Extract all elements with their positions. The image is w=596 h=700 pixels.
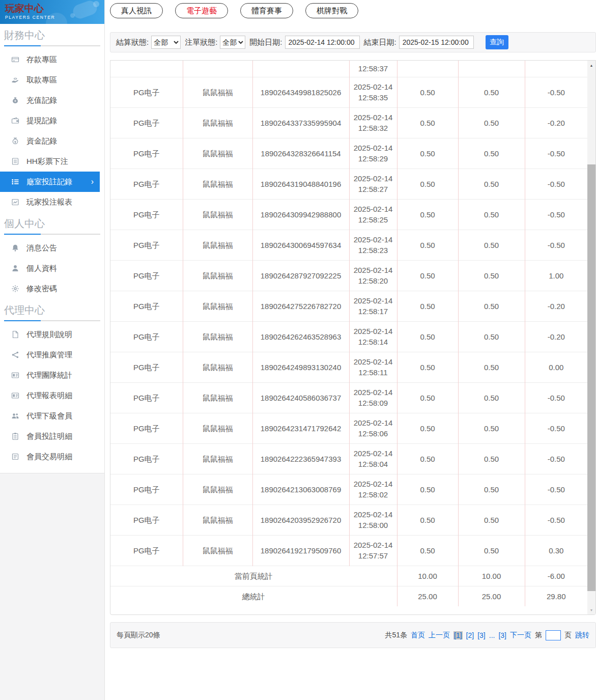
sidebar-item-agent-report-detail[interactable]: 代理報表明細 [0,385,104,406]
bet-amount-cell: 0.50 [397,321,458,352]
page-link[interactable]: [1] [453,631,463,639]
order-id-cell: 1890264275226782720 [252,291,349,321]
sidebar-item-fund-records[interactable]: 資金記錄 [0,131,104,151]
time-cell: 12:58:37 [349,61,397,77]
order-id-cell: 1890264231471792642 [252,413,349,443]
pagination-first[interactable]: 首页 [411,631,425,640]
game-cell: 鼠鼠福福 [183,413,252,443]
game-cell: 鼠鼠福福 [183,230,252,260]
sidebar-item-agent-sub-members[interactable]: 代理下級會員 [0,406,104,426]
sidebar-item-member-bet-detail[interactable]: 會員投註明細 [0,426,104,446]
main-content: 真人視訊電子遊藝體育賽事棋牌對戰 結算狀態: 全部 注單狀態: 全部 開始日期:… [110,0,596,648]
section-divider [4,45,100,46]
sidebar-item-agent-promotion[interactable]: 代理推廣管理 [0,345,104,365]
sidebar-item-player-bet-report[interactable]: 玩家投注報表 [0,192,104,212]
page-summary-row: 當前頁統計 10.00 10.00 -6.00 [110,566,587,586]
bell-icon [11,244,19,252]
page-jump-input[interactable] [546,630,561,640]
win-loss-cell: -0.50 [525,382,587,413]
sidebar-item-hall-bet-records[interactable]: 廰室投註記錄› [0,172,100,192]
order-id-cell: 1890264192179509760 [252,535,349,566]
page-link[interactable]: [3] [477,631,486,639]
jump-suffix-text: 页 [564,631,572,640]
table-row: PG电子鼠鼠福福18902642314717926422025-02-1412:… [110,413,587,443]
table-row: PG电子鼠鼠福福18902643499818250262025-02-1412:… [110,77,587,107]
page-link[interactable]: [3] [498,631,506,639]
table-row: PG电子鼠鼠福福18902642498931302402025-02-1412:… [110,352,587,382]
valid-bet-cell: 0.50 [458,413,525,443]
vertical-scrollbar[interactable]: ▲ ▼ [587,61,595,614]
page-ellipsis[interactable]: ... [489,631,495,639]
valid-bet-cell: 0.50 [458,321,525,352]
sidebar-item-label: 取款專區 [26,75,57,85]
sidebar-item-deposit-zone[interactable]: 存款專區 [0,49,104,70]
win-loss-cell: -0.50 [525,505,587,535]
order-id-cell: 1890264349981825026 [252,77,349,107]
tab-live-video[interactable]: 真人視訊 [110,3,163,18]
sidebar-item-withdraw-records[interactable]: 提現記錄 [0,110,104,131]
scroll-down-arrow-icon[interactable]: ▼ [587,606,595,614]
id-card-icon [11,391,19,400]
valid-bet-cell: 0.50 [458,352,525,382]
platform-cell: PG电子 [110,321,183,352]
sidebar-item-change-password[interactable]: 修改密碼 [0,278,104,299]
file-icon [11,330,19,339]
valid-bet-cell: 0.50 [458,505,525,535]
total-summary-label: 總統計 [110,586,397,606]
page-link[interactable]: [2] [466,631,474,639]
pagination-prev[interactable]: 上一页 [429,631,450,640]
search-button[interactable]: 查詢 [486,35,508,49]
sidebar-header: 玩家中心 PLAYERS CENTER [0,0,104,24]
tab-e-games[interactable]: 電子遊藝 [175,3,228,18]
time-cell: 2025-02-1412:58:14 [349,321,397,352]
table-row-partial: 12:58:37 [110,61,587,77]
scroll-up-arrow-icon[interactable]: ▲ [587,61,595,69]
valid-bet-cell: 0.50 [458,230,525,260]
valid-bet-cell: 0.50 [458,107,525,138]
win-loss-cell: -0.20 [525,107,587,138]
time-cell: 2025-02-1412:58:04 [349,443,397,474]
sidebar-item-member-trade-detail[interactable]: 會員交易明細 [0,446,104,467]
clipboard-icon [11,432,19,440]
game-cell: 鼠鼠福福 [183,352,252,382]
time-cell: 2025-02-1412:57:57 [349,535,397,566]
scrollbar-thumb[interactable] [587,164,595,591]
game-cell: 鼠鼠福福 [183,535,252,566]
platform-cell: PG电子 [110,352,183,382]
order-status-select[interactable]: 全部 [220,36,245,49]
sidebar-item-hh-lottery-bets[interactable]: HH彩票下注 [0,151,104,172]
start-date-input[interactable] [285,36,360,49]
id-card-icon [11,371,19,379]
total-summary-bet: 25.00 [397,586,458,606]
sidebar-item-withdraw-zone[interactable]: 取款專區 [0,70,104,90]
platform-cell: PG电子 [110,291,183,321]
bet-amount-cell: 0.50 [397,413,458,443]
sidebar-item-label: 廰室投註記錄 [26,177,72,187]
tab-board-games[interactable]: 棋牌對戰 [305,3,358,18]
sidebar-item-label: 修改密碼 [26,284,57,294]
win-loss-cell: -0.50 [525,443,587,474]
win-loss-cell: -0.50 [525,77,587,107]
wallet-icon [11,117,19,125]
sidebar-item-agent-team-stats[interactable]: 代理團隊統計 [0,365,104,385]
sidebar-item-profile[interactable]: 個人資料 [0,258,104,278]
game-cell: 鼠鼠福福 [183,505,252,535]
tab-sports[interactable]: 體育賽事 [240,3,293,18]
hand-coin-icon [11,76,19,84]
order-id-cell: 1890264337335995904 [252,107,349,138]
end-date-input[interactable] [399,36,474,49]
bet-amount-cell: 0.50 [397,382,458,413]
platform-cell: PG电子 [110,169,183,199]
settle-status-select[interactable]: 全部 [151,36,181,49]
time-cell: 2025-02-1412:58:17 [349,291,397,321]
sidebar-filler [0,473,104,700]
order-status-label: 注單狀態: [185,38,217,47]
sidebar-item-messages[interactable]: 消息公告 [0,238,104,258]
time-cell: 2025-02-1412:58:29 [349,138,397,169]
pagination-jump-button[interactable]: 跳转 [575,631,589,640]
time-cell: 2025-02-1412:58:32 [349,107,397,138]
table-row: PG电子鼠鼠福福18902643099429888002025-02-1412:… [110,199,587,230]
sidebar-item-agent-rules[interactable]: 代理規則說明 [0,324,104,345]
pagination-next[interactable]: 下一页 [510,631,531,640]
sidebar-item-recharge-records[interactable]: 充值記錄 [0,90,104,110]
